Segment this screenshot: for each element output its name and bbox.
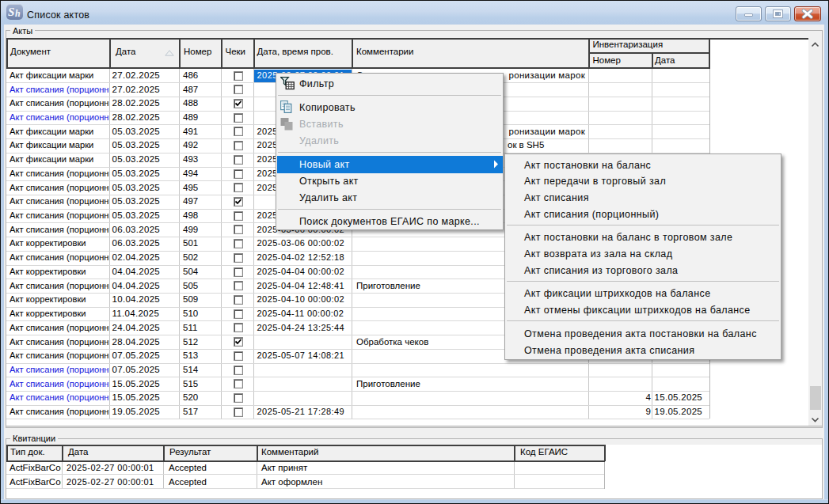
svg-text:h: h — [15, 8, 21, 19]
svg-text:S: S — [8, 6, 14, 18]
